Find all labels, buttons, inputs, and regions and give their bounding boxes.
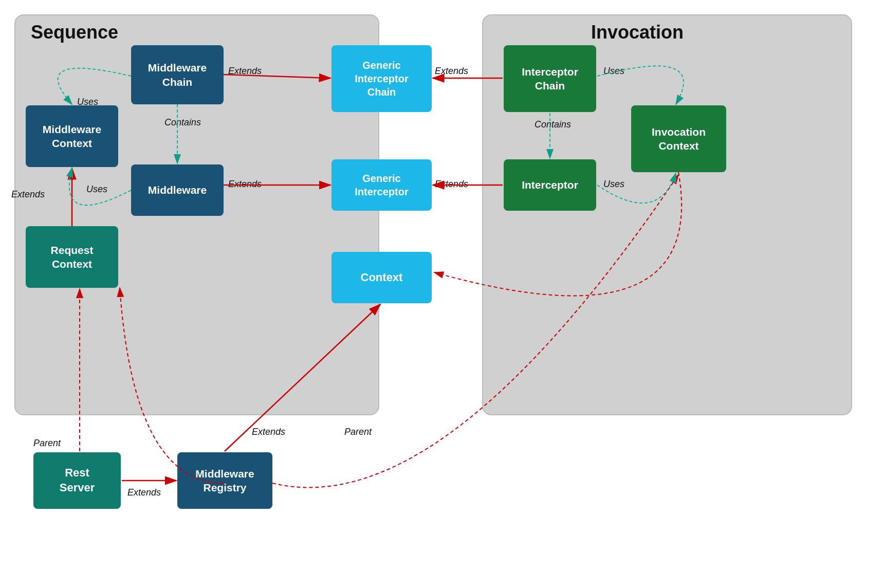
invocation-context-node: InvocationContext <box>631 105 726 172</box>
diagram-container: Sequence Invocation MiddlewareChain Midd… <box>0 0 884 588</box>
contains-label-1: Contains <box>164 117 201 128</box>
uses-label-3: Uses <box>603 66 624 77</box>
extends-label-7: Extends <box>127 487 161 498</box>
middleware-registry-node: MiddlewareRegistry <box>177 452 272 509</box>
contains-label-2: Contains <box>535 119 571 130</box>
extends-label-1: Extends <box>228 66 262 77</box>
extends-label-6: Extends <box>252 427 285 437</box>
interceptor-node: Interceptor <box>504 159 596 211</box>
request-context-node: RequestContext <box>26 226 118 288</box>
parent-label-2: Parent <box>344 427 372 437</box>
middleware-node: Middleware <box>131 164 224 216</box>
rest-server-node: RestServer <box>33 452 121 509</box>
extends-label-3: Extends <box>228 179 262 190</box>
generic-interceptor-chain-node: GenericInterceptorChain <box>332 45 432 112</box>
sequence-title: Sequence <box>31 22 118 43</box>
uses-label-4: Uses <box>603 179 624 190</box>
context-node: Context <box>332 252 432 303</box>
extends-label-5: Extends <box>11 189 45 200</box>
extends-label-4: Extends <box>435 179 468 190</box>
middleware-chain-node: MiddlewareChain <box>131 45 224 104</box>
generic-interceptor-node: GenericInterceptor <box>332 159 432 211</box>
interceptor-chain-node: InterceptorChain <box>504 45 596 112</box>
uses-label-2: Uses <box>86 184 107 195</box>
uses-label-1: Uses <box>77 97 98 107</box>
middleware-context-node: MiddlewareContext <box>26 105 118 167</box>
extends-label-2: Extends <box>435 66 468 77</box>
parent-label-1: Parent <box>33 438 61 449</box>
invocation-title: Invocation <box>591 22 684 43</box>
